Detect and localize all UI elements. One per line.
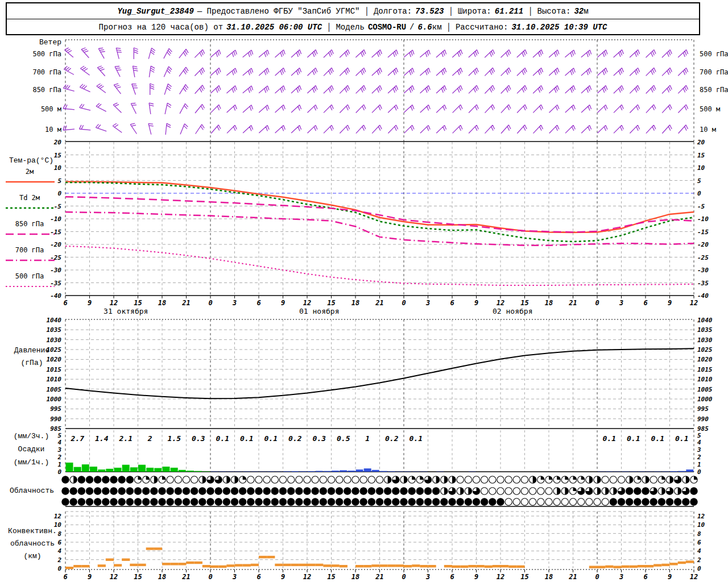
svg-text:2.1: 2.1 (119, 434, 133, 443)
longitude-value: 73.523 (415, 7, 444, 16)
svg-text:6: 6 (643, 573, 647, 581)
svg-text:1020: 1020 (697, 356, 713, 363)
legend-item-2м: 2м (6, 168, 55, 182)
pressure-title-line2: (гПа) (3, 357, 60, 369)
svg-text:-10: -10 (697, 215, 709, 223)
svg-text:12: 12 (690, 299, 698, 307)
svg-text:2: 2 (697, 556, 701, 564)
svg-text:18: 18 (158, 299, 166, 307)
calculated-time: 31.10.2025 10:39 UTC (511, 23, 607, 32)
svg-text:700 гПа: 700 гПа (15, 246, 44, 254)
svg-text:-5: -5 (54, 203, 62, 210)
svg-text:0: 0 (402, 573, 406, 581)
svg-text:2: 2 (147, 434, 152, 443)
separator: │ (359, 7, 373, 16)
svg-text:18: 18 (545, 573, 553, 581)
svg-text:500 гПа: 500 гПа (700, 50, 728, 58)
svg-text:21: 21 (375, 573, 383, 581)
svg-text:10: 10 (697, 164, 705, 172)
svg-text:8: 8 (697, 530, 701, 538)
calculated-label: Рассчитано: (456, 23, 508, 32)
wind-barb-row-500-гПа (65, 48, 688, 59)
altitude-value: 32 (574, 7, 584, 16)
cloud-panel-title: Облачность (3, 485, 60, 497)
wind-barb-row-10-м (63, 123, 688, 135)
svg-text:3: 3 (232, 299, 237, 307)
svg-text:-35: -35 (697, 280, 709, 287)
precip-panel-title: (мм/3ч.) Осадки (мм/1ч.) (1, 430, 61, 469)
svg-text:1035: 1035 (47, 326, 62, 334)
svg-text:0: 0 (402, 299, 406, 307)
svg-text:0.2: 0.2 (385, 434, 399, 443)
precip-title-line3: (мм/1ч.) (1, 456, 61, 469)
svg-text:4: 4 (697, 439, 701, 446)
svg-text:1: 1 (365, 434, 370, 443)
svg-text:21: 21 (375, 299, 383, 307)
svg-text:12: 12 (303, 299, 311, 307)
svg-text:1: 1 (697, 461, 701, 468)
svg-text:2: 2 (697, 454, 701, 461)
svg-text:1000: 1000 (697, 396, 713, 403)
legend-item-850-гПа: 850 гПа (6, 220, 55, 234)
svg-text:-25: -25 (50, 254, 61, 261)
cloud-row-3 (62, 498, 697, 505)
svg-text:15: 15 (134, 573, 142, 581)
svg-text:1010: 1010 (697, 376, 713, 383)
svg-text:-30: -30 (697, 267, 709, 274)
svg-text:6: 6 (257, 573, 260, 581)
svg-text:-40: -40 (50, 292, 61, 300)
latitude-value: 61.211 (495, 7, 523, 16)
svg-text:-40: -40 (697, 292, 709, 300)
svg-text:6: 6 (257, 299, 260, 307)
svg-text:850 гПа: 850 гПа (32, 86, 61, 94)
wind-barb-rows (63, 48, 688, 135)
svg-text:700 гПа: 700 гПа (700, 68, 728, 76)
svg-text:500 гПа: 500 гПа (32, 50, 61, 58)
svg-text:01 ноября: 01 ноября (299, 307, 339, 315)
svg-text:3: 3 (619, 573, 623, 581)
provider-text: — Предоставлено ФГБУ "ЗапСиб УГМС" (197, 7, 360, 16)
wind-barb-row-500-м (63, 103, 688, 114)
svg-text:1005: 1005 (697, 386, 713, 393)
wind-barb-row-850-гПа (63, 84, 688, 95)
svg-text:850 гПа: 850 гПа (15, 220, 44, 228)
wind-barb-row-700-гПа (64, 66, 688, 77)
svg-text:15: 15 (134, 299, 142, 307)
cloud-rows (62, 476, 697, 505)
svg-text:990: 990 (50, 415, 61, 423)
svg-text:10 м: 10 м (700, 126, 716, 134)
meteogram-chart: 2мTd 2м850 гПа700 гПа500 гПа2.71.42.121.… (0, 0, 728, 582)
model-label: Модель (336, 23, 364, 32)
svg-text:0.5: 0.5 (337, 434, 350, 443)
svg-text:995: 995 (697, 405, 709, 413)
forecast-time: 31.10.2025 06:00 UTC (226, 23, 322, 32)
svg-text:0: 0 (595, 573, 599, 581)
legend-item-Td-2м: Td 2м (6, 194, 55, 208)
svg-text:10 м: 10 м (45, 126, 61, 134)
svg-text:3: 3 (425, 299, 430, 307)
svg-text:0.3: 0.3 (313, 434, 326, 443)
svg-text:2м: 2м (26, 168, 34, 176)
svg-text:9: 9 (668, 299, 672, 307)
date-labels: 31 октября01 ноября02 ноября (104, 307, 532, 315)
svg-text:700 гПа: 700 гПа (32, 68, 61, 76)
svg-text:0.3: 0.3 (192, 434, 205, 443)
svg-text:21: 21 (181, 299, 190, 307)
svg-text:1010: 1010 (47, 376, 62, 383)
time-axis-labels: 6912151821036912151821036912151821036912 (63, 299, 698, 307)
svg-text:0.1: 0.1 (651, 434, 664, 443)
svg-text:-10: -10 (50, 215, 61, 223)
svg-text:15: 15 (327, 299, 335, 307)
svg-text:3: 3 (697, 446, 701, 454)
svg-text:6: 6 (63, 299, 67, 307)
separator: │ (322, 23, 336, 32)
temperature-panel-title: Тем-ра(°C) (1, 155, 61, 167)
precip-title-line1: (мм/3ч.) (1, 430, 61, 443)
model-resolution: 6.6 (418, 23, 432, 32)
model-name: COSMO-RU (368, 23, 406, 32)
cloud-row-1 (62, 476, 697, 483)
svg-text:21: 21 (181, 573, 190, 581)
svg-text:2.7: 2.7 (71, 434, 85, 443)
svg-text:0.1: 0.1 (603, 434, 616, 443)
temperature-legend: 2мTd 2м850 гПа700 гПа500 гПа (6, 168, 55, 286)
